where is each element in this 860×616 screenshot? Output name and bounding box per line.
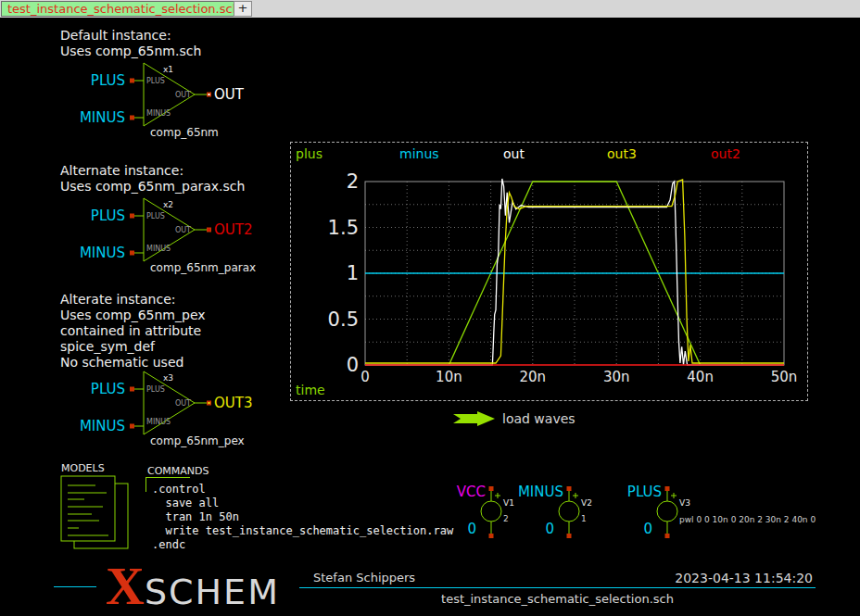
instance-ref: x1	[163, 65, 173, 74]
instance-ref: x3	[163, 373, 173, 383]
symbol-name: comp_65nm_pex	[150, 434, 245, 447]
pin-label-minus: MINUS	[146, 245, 171, 253]
source-ref: V2	[581, 498, 592, 508]
source-value: 1	[581, 514, 587, 523]
x-tick-label: 30n	[594, 370, 639, 384]
x-axis-label: time	[296, 383, 325, 397]
pin-label-plus: PLUS	[146, 213, 165, 220]
instance1-heading: Default instance: Uses comp_65nm.sch	[60, 28, 201, 59]
pin-label-plus: PLUS	[146, 78, 165, 85]
net-label-out[interactable]: OUT	[214, 88, 244, 102]
pin-label-out: OUT	[171, 92, 191, 99]
load-waves-launcher[interactable]: load waves	[452, 410, 591, 429]
x-tick-label: 10n	[426, 370, 471, 384]
net-label-plus[interactable]: PLUS	[68, 383, 125, 396]
net-label-gnd[interactable]: 0	[462, 522, 476, 536]
net-label-out3[interactable]: OUT3	[214, 396, 253, 410]
commands-label: COMMANDS	[147, 465, 209, 477]
waveform-graph[interactable]: time plusminusoutout3out200.511.52010n20…	[290, 142, 808, 401]
pin-label-minus: MINUS	[146, 419, 171, 426]
legend-minus: minus	[399, 146, 439, 161]
source-ref: V1	[503, 498, 514, 508]
spice-commands-text[interactable]: .control save all tran 1n 50n write test…	[152, 483, 453, 552]
y-tick-label: 1	[291, 263, 359, 283]
instance2-heading: Alternate instance: Uses comp_65nm_parax…	[60, 163, 245, 195]
x-tick-label: 40n	[678, 370, 723, 384]
legend-out: out	[503, 146, 525, 161]
title-block-filename: test_instance_schematic_selection.sch	[299, 592, 816, 607]
document-stack-icon	[56, 472, 139, 554]
symbol-name: comp_65nm_parax	[150, 261, 256, 274]
y-tick-label: 0.5	[291, 309, 359, 330]
net-label-minus[interactable]: MINUS	[68, 246, 125, 260]
x-tick-label: 20n	[511, 370, 555, 384]
net-label-plus[interactable]: PLUS	[68, 74, 125, 88]
logo-x-glyph: X	[106, 556, 145, 616]
author-name: Stefan Schippers	[313, 571, 415, 585]
instance-ref: x2	[163, 200, 173, 209]
source-ref: V3	[679, 498, 690, 508]
x-tick-label: 50n	[762, 370, 806, 384]
pin-label-out: OUT	[171, 400, 191, 408]
source-value: pwl 0 0 10n 0 20n 2 30n 2 40n 0	[679, 515, 816, 524]
tab-bar: test_instance_schematic_selection.sch +	[0, 0, 860, 18]
xschem-canvas: test_instance_schematic_selection.sch + …	[0, 0, 860, 616]
x-tick-label: 0	[343, 370, 387, 384]
net-label-gnd[interactable]: 0	[539, 522, 554, 536]
pin-label-out: OUT	[171, 227, 191, 234]
net-label-plus[interactable]: PLUS	[608, 485, 662, 499]
timestamp: 2023-04-13 11:54:20	[627, 571, 813, 585]
legend-out3: out3	[607, 146, 637, 161]
new-tab-button[interactable]: +	[234, 1, 252, 17]
net-label-minus[interactable]: MINUS	[68, 420, 125, 434]
y-tick-label: 1.5	[291, 218, 359, 238]
tab-current-schematic[interactable]: test_instance_schematic_selection.sch	[1, 1, 247, 17]
pin-label-plus: PLUS	[146, 386, 165, 394]
commands-bracket	[145, 477, 147, 492]
net-label-minus[interactable]: MINUS	[510, 485, 563, 499]
title-block-line-left	[54, 586, 96, 587]
net-label-plus[interactable]: PLUS	[68, 209, 125, 223]
commands-underline	[145, 477, 190, 478]
xschem-logo: XSCHEM	[106, 563, 280, 610]
instance3-heading: Alterate instance: Uses comp_65nm_pex co…	[60, 292, 206, 371]
launcher-label: load waves	[502, 411, 575, 426]
logo-text: SCHEM	[145, 572, 280, 612]
models-icon[interactable]	[56, 472, 139, 554]
net-label-minus[interactable]: MINUS	[68, 111, 125, 125]
legend-plus: plus	[296, 146, 322, 161]
net-label-gnd[interactable]: 0	[638, 522, 652, 536]
net-label-vcc[interactable]: VCC	[432, 485, 486, 499]
title-block-line	[299, 587, 816, 588]
waveform-plot-icon	[291, 143, 807, 400]
y-tick-label: 2	[291, 171, 359, 192]
symbol-name: comp_65nm	[150, 126, 219, 139]
legend-out2: out2	[711, 146, 740, 161]
launcher-arrow-icon	[452, 410, 497, 427]
pin-label-minus: MINUS	[146, 110, 171, 118]
source-value: 2	[503, 514, 509, 523]
net-label-out2[interactable]: OUT2	[214, 223, 253, 237]
